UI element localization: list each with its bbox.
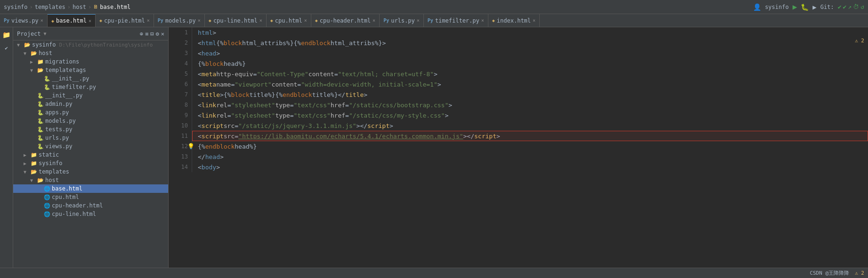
- settings-icon[interactable]: ⚙: [156, 31, 159, 37]
- tree-item-viewspy[interactable]: 🐍views.py: [13, 142, 168, 151]
- line-numbers: 1234567891011121314: [169, 27, 192, 172]
- line-num-5: 5: [169, 69, 188, 79]
- git-check1-icon: ✔: [838, 3, 842, 10]
- tree-item-adminpy[interactable]: 🐍admin.py: [13, 100, 168, 108]
- tree-item-cpu-headerhtml[interactable]: 🌐cpu-header.html: [13, 201, 168, 210]
- tab-cpu-headerhtml[interactable]: ◈cpu-header.html×: [311, 14, 380, 27]
- line-num-7: 7: [169, 89, 188, 100]
- tab-close-icon[interactable]: ×: [481, 18, 484, 23]
- tab-close-icon[interactable]: ×: [417, 18, 420, 23]
- tree-item-appspy[interactable]: 🐍apps.py: [13, 108, 168, 117]
- tree-file-icon: 📂: [37, 177, 44, 183]
- top-bar: sysinfo › templates › host › 🗎 base.html…: [0, 0, 868, 14]
- line-num-2: 2: [169, 38, 188, 48]
- tree-item-static[interactable]: ▶📁static: [13, 151, 168, 159]
- tab-close-icon[interactable]: ×: [89, 18, 91, 24]
- tree-arrow-icon: ▼: [17, 42, 23, 48]
- tree-item-label: templates: [39, 168, 69, 175]
- tree-item-urlspy[interactable]: 🐍urls.py: [13, 134, 168, 142]
- line-num-4: 4: [169, 58, 188, 69]
- tree-item-migrations[interactable]: ▶📁migrations: [13, 57, 168, 66]
- tree-file-icon: 📁: [37, 59, 44, 65]
- sidebar-icons: ⊕ ≡ ⊟ ⚙ ✕: [140, 31, 164, 37]
- editor[interactable]: 1234567891011121314 html><html {% block …: [169, 27, 868, 268]
- tree-file-icon: 🐍: [37, 135, 44, 141]
- tree-item-host[interactable]: ▼📂host: [13, 49, 168, 57]
- tab-icon-cpu-line.html: ◈: [209, 18, 211, 23]
- tree-file-icon: 🐍: [37, 118, 44, 124]
- tree-file-icon: 🐍: [44, 84, 50, 90]
- lightbulb-icon[interactable]: 💡: [187, 143, 195, 150]
- user-icon[interactable]: 👤: [753, 3, 761, 11]
- tab-urlspy[interactable]: Pyurls.py×: [380, 14, 424, 27]
- breadcrumb-filename: base.html: [100, 4, 130, 10]
- tab-cpu-linehtml[interactable]: ◈cpu-line.html×: [205, 14, 267, 27]
- breadcrumb-sep2: ›: [67, 4, 71, 10]
- coverage-icon[interactable]: ▶: [812, 3, 816, 11]
- code-line-2: <html {% block html_attribs %}{% endbloc…: [198, 38, 868, 48]
- tab-icon-timefilter.py: Py: [428, 18, 433, 23]
- tab-close-icon[interactable]: ×: [147, 18, 150, 23]
- breadcrumb-host[interactable]: host: [73, 4, 86, 10]
- tree-file-icon: 📂: [37, 67, 44, 73]
- close-sidebar-icon[interactable]: ✕: [161, 31, 164, 37]
- tree-item-timefilterpy[interactable]: 🐍timefilter.py: [13, 83, 168, 91]
- tree-item-cpu-linehtml[interactable]: 🌐cpu-line.html: [13, 210, 168, 218]
- line-num-11: 11: [169, 131, 188, 141]
- tab-cpu-piehtml[interactable]: ◈cpu-pie.html×: [96, 14, 154, 27]
- tree-item-sysinfo[interactable]: ▼📂sysinfoD:\File\pythonTraining\sysinfo: [13, 40, 168, 49]
- expand-icon[interactable]: ≡: [145, 31, 148, 37]
- run-button[interactable]: ▶: [793, 2, 797, 11]
- breadcrumb-templates[interactable]: templates: [35, 4, 65, 10]
- tab-close-icon[interactable]: ×: [260, 18, 262, 23]
- tree-item-label: __init__.py: [52, 75, 89, 82]
- tree-item-templatetags[interactable]: ▼📂templatetags: [13, 66, 168, 74]
- tab-close-icon[interactable]: ×: [198, 18, 201, 23]
- tab-modelspy[interactable]: Pymodels.py×: [154, 14, 205, 27]
- tree-item-sysinfo[interactable]: ▶📁sysinfo: [13, 159, 168, 167]
- tree-file-icon: 🐍: [37, 93, 44, 99]
- tab-close-icon[interactable]: ×: [373, 18, 375, 23]
- code-line-6: <meta name="viewport" content="width=dev…: [198, 79, 868, 89]
- sysinfo-label: sysinfo: [765, 4, 789, 10]
- tab-timefilterpy[interactable]: Pytimefilter.py×: [424, 14, 488, 27]
- code-line-13: </head>: [198, 151, 868, 162]
- tab-cpuhtml[interactable]: ◈cpu.html×: [267, 14, 311, 27]
- add-icon[interactable]: ⊕: [140, 31, 143, 37]
- git-clock-icon: ⏱: [853, 3, 859, 10]
- tree-item-__init__py[interactable]: 🐍__init__.py: [13, 91, 168, 100]
- tree-item-host[interactable]: ▼📂host: [13, 176, 168, 184]
- tree-item-modelspy[interactable]: 🐍models.py: [13, 117, 168, 125]
- tree-item-templates[interactable]: ▼📂templates: [13, 167, 168, 176]
- tree-item-__init__py[interactable]: 🐍__init__.py: [13, 74, 168, 83]
- commit-icon[interactable]: ✔: [1, 42, 12, 54]
- collapse-icon[interactable]: ⊟: [150, 31, 154, 37]
- line-num-9: 9: [169, 110, 188, 120]
- tab-viewspy[interactable]: Pyviews.py×: [0, 14, 48, 27]
- tab-icon-views.py: Py: [4, 18, 9, 23]
- project-icon[interactable]: 📁: [1, 29, 12, 40]
- tab-basehtml[interactable]: ◈base.html×: [48, 14, 96, 27]
- line-num-10: 10: [169, 120, 188, 131]
- tree-item-label: migrations: [45, 58, 79, 65]
- tree-item-label: host: [45, 177, 59, 183]
- tree-item-cpuhtml[interactable]: 🌐cpu.html: [13, 193, 168, 201]
- tab-close-icon[interactable]: ×: [533, 18, 535, 23]
- line-num-1: 1: [169, 27, 188, 38]
- tab-indexhtml[interactable]: ◈index.html×: [488, 14, 540, 27]
- breadcrumb-sysinfo[interactable]: sysinfo: [4, 4, 28, 10]
- tab-close-icon[interactable]: ×: [41, 18, 43, 23]
- code-line-11: <script src="https://lib.baomitu.com/ech…: [198, 131, 868, 141]
- sidebar-dropdown-icon[interactable]: ▼: [44, 31, 47, 36]
- line-num-13: 13: [169, 151, 188, 162]
- code-line-1: html>: [198, 27, 868, 38]
- code-lines: html><html {% block html_attribs %}{% en…: [192, 27, 868, 172]
- tree-item-basehtml[interactable]: 🌐base.html: [13, 184, 168, 193]
- tree-item-label: templatetags: [45, 67, 86, 73]
- tree-item-testspy[interactable]: 🐍tests.py: [13, 125, 168, 134]
- debug-icon[interactable]: 🐛: [801, 3, 809, 11]
- tab-label: urls.py: [391, 17, 415, 24]
- tab-close-icon[interactable]: ×: [304, 18, 307, 23]
- tree-item-label: base.html: [52, 185, 82, 192]
- tree-file-icon: 🌐: [44, 203, 50, 209]
